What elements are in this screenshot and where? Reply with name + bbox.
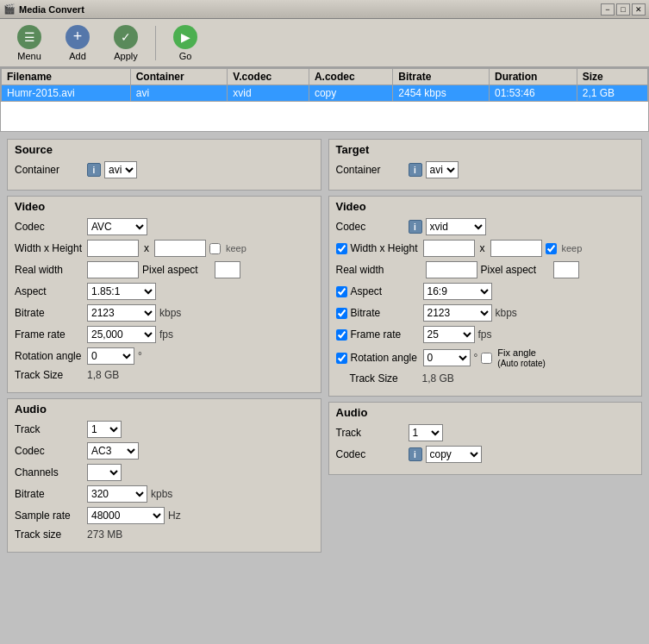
target-framerate-unit: fps	[478, 328, 492, 341]
target-section: Target Container i avi	[328, 139, 643, 191]
target-wh-row: Width x Height 1280 x 688 keep	[336, 240, 635, 257]
target-pixelaspect-input[interactable]: 1	[553, 261, 579, 278]
source-video-section: Video Codec AVC Width x Height 1280 x 68…	[7, 196, 321, 393]
cell-size: 2,1 GB	[577, 85, 647, 102]
target-audiocodec-select[interactable]: copy	[426, 446, 482, 463]
source-track-select[interactable]: 1	[87, 421, 122, 438]
target-fixangle-label: Fix angle (Auto rotate)	[497, 347, 546, 368]
source-aspect-select[interactable]: 1.85:1	[87, 283, 156, 300]
target-container-row: Container i avi	[336, 161, 635, 178]
maximize-button[interactable]: □	[616, 3, 630, 16]
target-video-header: Video	[336, 200, 635, 213]
apply-button[interactable]: ✓ Apply	[103, 22, 148, 64]
toolbar-separator	[155, 26, 156, 60]
source-channels-select[interactable]	[87, 464, 122, 481]
target-audio-header: Audio	[336, 406, 635, 419]
target-aspect-select[interactable]: 16:9	[423, 283, 492, 300]
col-acodec: A.codec	[309, 69, 392, 85]
add-button[interactable]: + Add	[55, 22, 100, 64]
cell-vcodec: xvid	[228, 85, 309, 102]
app-title: Media Convert	[19, 4, 84, 15]
source-rotation-label: Rotation angle	[15, 350, 84, 362]
source-height-input[interactable]: 688	[154, 240, 206, 257]
source-aspect-row: Aspect 1.85:1	[15, 283, 314, 300]
source-rotation-unit: °	[138, 350, 142, 362]
source-framerate-unit: fps	[159, 328, 173, 341]
target-framerate-checkbox[interactable]	[336, 329, 347, 341]
go-button[interactable]: ▶ Go	[163, 22, 208, 64]
target-tracksize-value: 1,8 GB	[422, 372, 454, 385]
target-bitrate-checkbox[interactable]	[336, 308, 347, 319]
target-container-select[interactable]: avi	[426, 161, 459, 178]
source-container-select[interactable]: avi	[104, 161, 137, 178]
source-tracksize2-row: Track size 273 MB	[15, 528, 314, 541]
target-keep-checkbox[interactable]	[546, 243, 557, 254]
source-panel: Source Container i avi Video Codec AVC W…	[3, 135, 325, 630]
source-rotation-row: Rotation angle 0 °	[15, 347, 314, 365]
target-aspect-checkbox[interactable]	[336, 286, 347, 297]
source-header: Source	[15, 143, 314, 156]
target-realwidth-label: Real width	[336, 264, 422, 276]
source-wh-label: Width x Height	[15, 242, 84, 254]
source-tracksize-row: Track Size 1,8 GB	[15, 369, 314, 381]
target-aspect-row: Aspect 16:9	[336, 283, 635, 300]
source-samplerate-select[interactable]: 48000	[87, 507, 165, 524]
cell-duration: 01:53:46	[489, 85, 577, 102]
source-framerate-label: Frame rate	[15, 328, 84, 341]
target-rotation-label: Rotation angle	[351, 352, 420, 364]
source-container-info[interactable]: i	[87, 163, 101, 177]
col-size: Size	[577, 69, 647, 85]
target-codec-info[interactable]: i	[409, 220, 422, 234]
target-track-select[interactable]: 1	[409, 424, 443, 441]
target-track-row: Track 1	[336, 424, 635, 441]
source-samplerate-label: Sample rate	[15, 510, 84, 522]
source-bitrate-label: Bitrate	[15, 307, 84, 319]
target-bitrate-select[interactable]: 2123	[423, 304, 492, 322]
target-codec-row: Codec i xvid	[336, 218, 635, 235]
target-rotation-select[interactable]: 0	[423, 349, 471, 366]
file-table: Filename Container V.codec A.codec Bitra…	[1, 68, 648, 102]
source-codec-select[interactable]: AVC	[87, 218, 147, 235]
source-track-row: Track 1	[15, 421, 314, 438]
source-codec-label: Codec	[15, 221, 84, 233]
source-pixelaspect-input[interactable]: 1	[215, 261, 240, 278]
target-wh-checkbox[interactable]	[336, 243, 347, 254]
source-pixelaspect-label: Pixel aspect	[142, 264, 211, 276]
close-button[interactable]: ✕	[632, 3, 646, 16]
target-codec-select[interactable]: xvid	[426, 218, 486, 235]
source-rotation-select[interactable]: 0	[87, 347, 134, 365]
target-bitrate-label: Bitrate	[351, 307, 420, 319]
source-audiobitrate-unit: kpbs	[151, 488, 172, 500]
target-framerate-select[interactable]: 25	[423, 326, 475, 343]
source-realwidth-input[interactable]: 1280	[87, 261, 139, 278]
target-audiocodec-info[interactable]: i	[409, 447, 422, 461]
source-realwidth-label: Real width	[15, 264, 84, 276]
source-framerate-select[interactable]: 25,000	[87, 326, 156, 343]
menu-button[interactable]: ☰ Menu	[7, 22, 52, 64]
target-codec-label: Codec	[336, 221, 405, 233]
apply-icon: ✓	[114, 25, 138, 49]
target-audio-section: Audio Track 1 Codec i copy	[328, 402, 643, 475]
minimize-button[interactable]: −	[601, 3, 615, 16]
target-realwidth-input[interactable]: 1280	[426, 261, 477, 278]
title-bar-left: 🎬 Media Convert	[3, 3, 84, 15]
table-row[interactable]: Humr-2015.avi avi xvid copy 2454 kbps 01…	[2, 85, 648, 102]
source-tracksize2-value: 273 MB	[87, 528, 122, 541]
source-audiobitrate-select[interactable]: 320	[87, 485, 147, 503]
target-height-input[interactable]: 688	[490, 240, 542, 257]
target-container-info[interactable]: i	[409, 163, 422, 177]
source-bitrate-select[interactable]: 2123	[87, 304, 156, 322]
target-realwidth-row: Real width 1280 Pixel aspect 1	[336, 261, 635, 278]
target-fixangle-checkbox[interactable]	[481, 353, 492, 364]
target-track-label: Track	[336, 427, 405, 439]
source-keep-checkbox[interactable]	[209, 243, 221, 254]
source-width-input[interactable]: 1280	[87, 240, 139, 257]
target-rotation-unit: °	[474, 352, 478, 364]
col-bitrate: Bitrate	[393, 69, 490, 85]
source-audiocodec-select[interactable]: AC3	[87, 442, 139, 460]
target-framerate-label: Frame rate	[351, 328, 420, 341]
window-controls: − □ ✕	[601, 3, 646, 16]
target-width-input[interactable]: 1280	[423, 240, 475, 257]
target-rotation-checkbox[interactable]	[336, 353, 347, 364]
source-audiocodec-label: Codec	[15, 445, 84, 457]
